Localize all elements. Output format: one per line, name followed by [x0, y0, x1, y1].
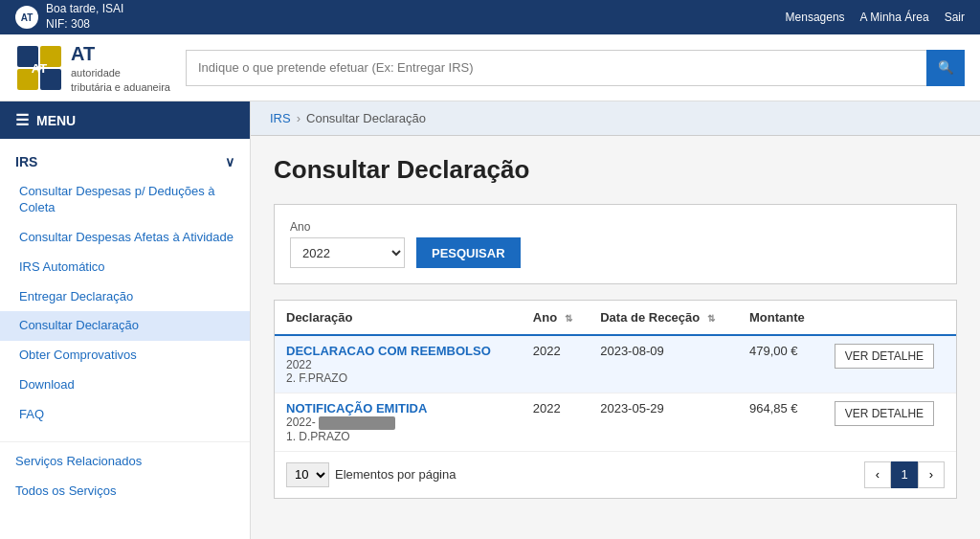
row2-montante: 964,85 €: [738, 393, 823, 451]
top-bar-left: AT Boa tarde, ISAI NIF: 308: [15, 2, 123, 32]
filter-box: Ano 2022 2021 2020 2019 2018 PESQUISAR: [274, 204, 957, 284]
row2-data: 2023-05-29: [589, 393, 738, 451]
chevron-down-icon: ∨: [225, 154, 234, 169]
sidebar-irs-section: IRS ∨ Consultar Despesas p/ Deduções à C…: [0, 139, 250, 438]
content-area: Consultar Declaração Ano 2022 2021 2020 …: [251, 136, 980, 518]
table-row: NOTIFICAÇÃO EMITIDA 2022- 1. D.PRAZO 202…: [275, 393, 956, 451]
sidebar-item-download[interactable]: Download: [0, 371, 250, 400]
elements-per-page-select[interactable]: 10 25 50: [286, 462, 329, 487]
top-bar-right: Mensagens A Minha Área Sair: [786, 11, 965, 24]
row2-sub1: 2022-: [286, 415, 510, 430]
header: AT AT autoridade tributária e aduaneira …: [0, 34, 980, 101]
row2-title[interactable]: NOTIFICAÇÃO EMITIDA: [286, 401, 510, 415]
layout: ☰ MENU IRS ∨ Consultar Despesas p/ Deduç…: [0, 101, 980, 539]
year-select[interactable]: 2022 2021 2020 2019 2018: [290, 237, 405, 268]
year-filter-label: Ano: [290, 220, 405, 234]
top-bar-user: Boa tarde, ISAI NIF: 308: [46, 2, 123, 32]
row2-actions: VER DETALHE: [823, 393, 956, 451]
search-icon: 🔍: [938, 60, 954, 75]
nif-text: NIF: 308: [46, 17, 123, 33]
col-ano: Ano ⇅: [522, 301, 589, 335]
next-page-button[interactable]: ›: [918, 461, 945, 488]
hamburger-icon: ☰: [15, 111, 29, 129]
row2-declaracao: NOTIFICAÇÃO EMITIDA 2022- 1. D.PRAZO: [275, 393, 522, 451]
sidebar-menu-header[interactable]: ☰ MENU: [0, 101, 250, 139]
breadcrumb-parent[interactable]: IRS: [270, 111, 291, 125]
page-1-button[interactable]: 1: [891, 461, 918, 488]
sidebar-item-consultar-despesas-atividade[interactable]: Consultar Despesas Afetas à Atividade: [0, 223, 250, 253]
row1-sub1: 2022: [286, 358, 510, 371]
logout-link[interactable]: Sair: [945, 11, 965, 24]
row2-ano: 2022: [522, 393, 589, 451]
col-data-rececao: Data de Receção ⇅: [589, 301, 738, 335]
row1-sub2: 2. F.PRAZO: [286, 371, 510, 385]
sidebar-item-todos-servicos[interactable]: Todos os Serviços: [0, 476, 250, 505]
main-content: IRS › Consultar Declaração Consultar Dec…: [251, 101, 980, 539]
table-row: DECLARACAO COM REEMBOLSO 2022 2. F.PRAZO…: [275, 335, 956, 393]
results-table-wrapper: Declaração Ano ⇅ Data de Receção ⇅ Monta…: [274, 300, 957, 499]
col-montante: Montante: [738, 301, 823, 335]
search-area: 🔍: [186, 50, 965, 86]
sidebar-item-entregar-declaracao[interactable]: Entregar Declaração: [0, 282, 250, 312]
logo-text: AT autoridade tributária e aduaneira: [71, 41, 170, 94]
year-filter-group: Ano 2022 2021 2020 2019 2018: [290, 220, 405, 268]
sidebar-item-consultar-despesas-deducoes[interactable]: Consultar Despesas p/ Deduções à Coleta: [0, 177, 250, 223]
breadcrumb-current: Consultar Declaração: [306, 111, 426, 125]
results-table: Declaração Ano ⇅ Data de Receção ⇅ Monta…: [275, 301, 956, 451]
sidebar-irs-header[interactable]: IRS ∨: [0, 146, 250, 177]
top-bar-logo: AT: [15, 6, 38, 29]
logo-area: AT AT autoridade tributária e aduaneira: [15, 41, 170, 94]
search-button[interactable]: 🔍: [926, 50, 965, 86]
prev-page-button[interactable]: ‹: [864, 461, 891, 488]
sidebar-item-irs-automatico[interactable]: IRS Automático: [0, 253, 250, 282]
row2-ver-detalhe-button[interactable]: VER DETALHE: [835, 401, 934, 426]
row1-data: 2023-08-09: [589, 335, 738, 393]
my-area-link[interactable]: A Minha Área: [860, 11, 929, 24]
col-actions: [823, 301, 956, 335]
elements-per-page-label: Elementos por página: [335, 467, 456, 482]
sidebar: ☰ MENU IRS ∨ Consultar Despesas p/ Deduç…: [0, 101, 251, 539]
breadcrumb: IRS › Consultar Declaração: [251, 101, 980, 136]
row2-sub2: 1. D.PRAZO: [286, 430, 510, 443]
ano-sort-icon[interactable]: ⇅: [565, 313, 572, 324]
logo-subtitle-1: autoridade: [71, 66, 170, 79]
data-sort-icon[interactable]: ⇅: [707, 313, 715, 324]
pagination-row: 10 25 50 Elementos por página ‹ 1 ›: [275, 451, 956, 498]
breadcrumb-separator: ›: [297, 111, 301, 125]
greeting-text: Boa tarde, ISAI: [46, 2, 123, 17]
row1-title[interactable]: DECLARACAO COM REEMBOLSO: [286, 344, 510, 358]
page-title: Consultar Declaração: [274, 155, 957, 185]
messages-link[interactable]: Mensagens: [786, 11, 845, 24]
row1-ver-detalhe-button[interactable]: VER DETALHE: [835, 344, 934, 369]
censored-bar: [319, 416, 395, 430]
search-input[interactable]: [186, 50, 926, 86]
sidebar-divider: [0, 441, 250, 442]
top-bar: AT Boa tarde, ISAI NIF: 308 Mensagens A …: [0, 0, 980, 34]
table-header-row: Declaração Ano ⇅ Data de Receção ⇅ Monta…: [275, 301, 956, 335]
irs-section-label: IRS: [15, 154, 37, 169]
elements-per-page-group: 10 25 50 Elementos por página: [286, 462, 456, 487]
row1-montante: 479,00 €: [738, 335, 823, 393]
logo-icon: AT: [15, 44, 63, 92]
menu-label: MENU: [36, 113, 76, 128]
col-declaracao: Declaração: [275, 301, 522, 335]
row1-declaracao: DECLARACAO COM REEMBOLSO 2022 2. F.PRAZO: [275, 335, 522, 393]
logo-at: AT: [71, 41, 170, 66]
sidebar-item-obter-comprovativos[interactable]: Obter Comprovativos: [0, 341, 250, 371]
logo-subtitle-2: tributária e aduaneira: [71, 80, 170, 94]
pagination-controls: ‹ 1 ›: [864, 461, 945, 488]
sidebar-item-servicos-relacionados[interactable]: Serviços Relacionados: [0, 446, 250, 476]
row1-ano: 2022: [522, 335, 589, 393]
row1-actions: VER DETALHE: [823, 335, 956, 393]
pesquisar-button[interactable]: PESQUISAR: [416, 237, 521, 268]
sidebar-item-consultar-declaracao[interactable]: Consultar Declaração: [0, 311, 250, 341]
sidebar-item-faq[interactable]: FAQ: [0, 400, 250, 430]
svg-text:AT: AT: [32, 61, 47, 76]
